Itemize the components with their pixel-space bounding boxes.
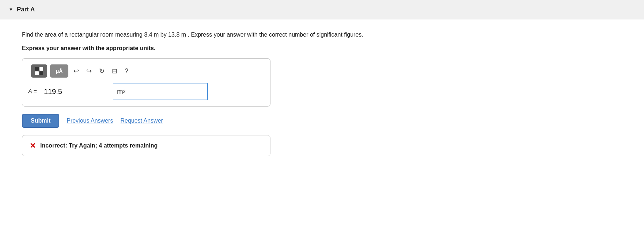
feedback-box: ✕ Incorrect: Try Again; 4 attempts remai…: [22, 135, 270, 156]
question-text-before: Find the area of a rectangular room meas…: [22, 31, 154, 38]
previous-answers-button[interactable]: Previous Answers: [67, 118, 113, 124]
content-area: Find the area of a rectangular room meas…: [0, 19, 644, 167]
question-text-after: . Express your answer with the correct n…: [186, 31, 363, 38]
page-container: ▼ Part A Find the area of a rectangular …: [0, 0, 644, 235]
part-title: Part A: [17, 6, 35, 13]
unit1: m: [154, 31, 159, 38]
feedback-text: Incorrect: Try Again; 4 attempts remaini…: [40, 142, 158, 149]
question-text: Find the area of a rectangular room meas…: [22, 30, 622, 39]
help-button[interactable]: ?: [122, 66, 130, 77]
answer-box: μÅ ↩ ↪ ↻ ⊟ ? A = m2: [22, 58, 270, 107]
answer-value-input[interactable]: [40, 83, 113, 100]
actions-row: Submit Previous Answers Request Answer: [22, 114, 622, 128]
unit-superscript: 2: [123, 89, 126, 94]
part-header: ▼ Part A: [0, 0, 644, 19]
question-text-middle: by 13.8: [159, 31, 181, 38]
input-row: A = m2: [28, 83, 264, 100]
matrix-button[interactable]: [31, 64, 47, 78]
matrix-cell-1: [35, 67, 39, 71]
submit-button[interactable]: Submit: [22, 114, 59, 128]
redo-button[interactable]: ↪: [84, 66, 94, 77]
toolbar: μÅ ↩ ↪ ↻ ⊟ ?: [28, 64, 264, 78]
express-units-label: Express your answer with the appropriate…: [22, 45, 622, 52]
refresh-button[interactable]: ↻: [97, 66, 107, 77]
matrix-cell-4: [39, 71, 43, 75]
request-answer-button[interactable]: Request Answer: [120, 118, 163, 124]
keyboard-button[interactable]: ⊟: [110, 66, 120, 77]
matrix-cell-2: [39, 67, 43, 71]
undo-button[interactable]: ↩: [71, 66, 81, 77]
error-icon: ✕: [30, 141, 36, 150]
answer-label: A =: [28, 88, 37, 95]
unit2: m: [181, 31, 186, 38]
matrix-icon: [35, 67, 43, 75]
unit-display: m2: [113, 83, 208, 100]
matrix-cell-3: [35, 71, 39, 75]
unit-letter: m: [117, 87, 123, 96]
mu-button[interactable]: μÅ: [50, 64, 68, 78]
chevron-icon: ▼: [9, 7, 13, 12]
